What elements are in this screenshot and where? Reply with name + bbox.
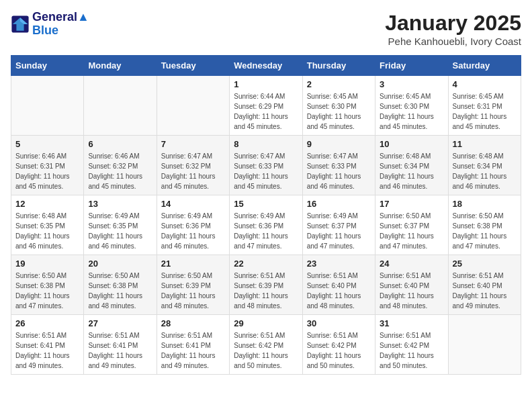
page-header: General▲ Blue January 2025 Pehe Kanhoueb… xyxy=(11,11,521,47)
day-info: Sunrise: 6:51 AMSunset: 6:40 PMDaylight:… xyxy=(380,271,443,311)
week-row-2: 12Sunrise: 6:48 AMSunset: 6:35 PMDayligh… xyxy=(11,195,521,255)
calendar-cell xyxy=(157,76,229,136)
calendar-cell: 8Sunrise: 6:47 AMSunset: 6:33 PMDaylight… xyxy=(230,136,302,195)
day-info: Sunrise: 6:48 AMSunset: 6:35 PMDaylight:… xyxy=(15,211,79,251)
calendar-cell: 10Sunrise: 6:48 AMSunset: 6:34 PMDayligh… xyxy=(375,136,448,195)
week-row-1: 5Sunrise: 6:46 AMSunset: 6:31 PMDaylight… xyxy=(11,136,521,195)
calendar-cell: 27Sunrise: 6:51 AMSunset: 6:41 PMDayligh… xyxy=(84,315,157,375)
day-info: Sunrise: 6:50 AMSunset: 6:38 PMDaylight:… xyxy=(15,271,79,311)
day-info: Sunrise: 6:50 AMSunset: 6:37 PMDaylight:… xyxy=(380,211,443,251)
day-info: Sunrise: 6:45 AMSunset: 6:31 PMDaylight:… xyxy=(453,91,517,132)
day-info: Sunrise: 6:51 AMSunset: 6:41 PMDaylight:… xyxy=(161,330,225,371)
calendar-header-row: SundayMondayTuesdayWednesdayThursdayFrid… xyxy=(11,56,521,76)
day-number: 2 xyxy=(307,79,371,89)
day-number: 9 xyxy=(307,139,371,149)
day-info: Sunrise: 6:49 AMSunset: 6:36 PMDaylight:… xyxy=(234,211,298,251)
day-info: Sunrise: 6:45 AMSunset: 6:30 PMDaylight:… xyxy=(307,91,371,132)
calendar-cell xyxy=(11,76,84,136)
day-info: Sunrise: 6:51 AMSunset: 6:41 PMDaylight:… xyxy=(88,330,152,371)
day-number: 23 xyxy=(307,259,371,269)
day-number: 10 xyxy=(380,139,443,149)
day-info: Sunrise: 6:49 AMSunset: 6:36 PMDaylight:… xyxy=(161,211,225,251)
calendar-cell: 29Sunrise: 6:51 AMSunset: 6:42 PMDayligh… xyxy=(230,315,302,375)
day-number: 20 xyxy=(88,259,152,269)
calendar-cell xyxy=(84,76,157,136)
day-info: Sunrise: 6:44 AMSunset: 6:29 PMDaylight:… xyxy=(234,91,298,132)
month-title: January 2025 xyxy=(385,11,521,36)
day-number: 6 xyxy=(88,139,152,149)
day-info: Sunrise: 6:50 AMSunset: 6:38 PMDaylight:… xyxy=(453,211,517,251)
day-info: Sunrise: 6:49 AMSunset: 6:35 PMDaylight:… xyxy=(88,211,152,251)
day-number: 4 xyxy=(453,79,517,89)
day-info: Sunrise: 6:48 AMSunset: 6:34 PMDaylight:… xyxy=(380,151,443,191)
day-number: 5 xyxy=(15,139,79,149)
day-number: 21 xyxy=(161,259,225,269)
day-number: 15 xyxy=(234,199,298,209)
calendar-cell: 15Sunrise: 6:49 AMSunset: 6:36 PMDayligh… xyxy=(230,195,302,255)
day-number: 28 xyxy=(161,318,225,328)
title-area: January 2025 Pehe Kanhouebli, Ivory Coas… xyxy=(385,11,521,47)
day-info: Sunrise: 6:51 AMSunset: 6:40 PMDaylight:… xyxy=(453,271,517,311)
calendar-cell: 3Sunrise: 6:45 AMSunset: 6:30 PMDaylight… xyxy=(375,76,448,136)
day-info: Sunrise: 6:47 AMSunset: 6:33 PMDaylight:… xyxy=(307,151,371,191)
day-number: 22 xyxy=(234,259,298,269)
location: Pehe Kanhouebli, Ivory Coast xyxy=(385,36,521,47)
day-info: Sunrise: 6:47 AMSunset: 6:32 PMDaylight:… xyxy=(161,151,225,191)
day-number: 12 xyxy=(15,199,79,209)
calendar-cell: 2Sunrise: 6:45 AMSunset: 6:30 PMDaylight… xyxy=(302,76,375,136)
calendar-cell: 4Sunrise: 6:45 AMSunset: 6:31 PMDaylight… xyxy=(448,76,521,136)
calendar-cell: 6Sunrise: 6:46 AMSunset: 6:32 PMDaylight… xyxy=(84,136,157,195)
day-header-sunday: Sunday xyxy=(11,56,84,76)
day-info: Sunrise: 6:49 AMSunset: 6:37 PMDaylight:… xyxy=(307,211,371,251)
logo-icon xyxy=(11,15,30,34)
calendar-cell: 9Sunrise: 6:47 AMSunset: 6:33 PMDaylight… xyxy=(302,136,375,195)
calendar-cell: 17Sunrise: 6:50 AMSunset: 6:37 PMDayligh… xyxy=(375,195,448,255)
day-number: 27 xyxy=(88,318,152,328)
calendar-cell: 30Sunrise: 6:51 AMSunset: 6:42 PMDayligh… xyxy=(302,315,375,375)
day-number: 26 xyxy=(15,318,79,328)
day-number: 18 xyxy=(453,199,517,209)
calendar-cell: 18Sunrise: 6:50 AMSunset: 6:38 PMDayligh… xyxy=(448,195,521,255)
day-header-saturday: Saturday xyxy=(448,56,521,76)
calendar-cell: 21Sunrise: 6:50 AMSunset: 6:39 PMDayligh… xyxy=(157,255,229,315)
calendar-cell: 31Sunrise: 6:51 AMSunset: 6:42 PMDayligh… xyxy=(375,315,448,375)
day-info: Sunrise: 6:46 AMSunset: 6:31 PMDaylight:… xyxy=(15,151,79,191)
calendar-cell: 13Sunrise: 6:49 AMSunset: 6:35 PMDayligh… xyxy=(84,195,157,255)
day-number: 8 xyxy=(234,139,298,149)
day-header-tuesday: Tuesday xyxy=(157,56,229,76)
day-info: Sunrise: 6:48 AMSunset: 6:34 PMDaylight:… xyxy=(453,151,517,191)
day-info: Sunrise: 6:51 AMSunset: 6:39 PMDaylight:… xyxy=(234,271,298,311)
calendar-cell: 11Sunrise: 6:48 AMSunset: 6:34 PMDayligh… xyxy=(448,136,521,195)
day-number: 31 xyxy=(380,318,443,328)
calendar-cell: 22Sunrise: 6:51 AMSunset: 6:39 PMDayligh… xyxy=(230,255,302,315)
calendar-cell: 1Sunrise: 6:44 AMSunset: 6:29 PMDaylight… xyxy=(230,76,302,136)
day-info: Sunrise: 6:45 AMSunset: 6:30 PMDaylight:… xyxy=(380,91,443,132)
day-number: 30 xyxy=(307,318,371,328)
calendar-cell: 26Sunrise: 6:51 AMSunset: 6:41 PMDayligh… xyxy=(11,315,84,375)
day-info: Sunrise: 6:46 AMSunset: 6:32 PMDaylight:… xyxy=(88,151,152,191)
calendar-table: SundayMondayTuesdayWednesdayThursdayFrid… xyxy=(11,55,521,375)
day-number: 11 xyxy=(453,139,517,149)
day-info: Sunrise: 6:51 AMSunset: 6:40 PMDaylight:… xyxy=(307,271,371,311)
day-number: 19 xyxy=(15,259,79,269)
calendar-cell: 19Sunrise: 6:50 AMSunset: 6:38 PMDayligh… xyxy=(11,255,84,315)
day-number: 3 xyxy=(380,79,443,89)
week-row-3: 19Sunrise: 6:50 AMSunset: 6:38 PMDayligh… xyxy=(11,255,521,315)
day-header-friday: Friday xyxy=(375,56,448,76)
calendar-cell: 16Sunrise: 6:49 AMSunset: 6:37 PMDayligh… xyxy=(302,195,375,255)
day-header-wednesday: Wednesday xyxy=(230,56,302,76)
day-number: 25 xyxy=(453,259,517,269)
day-info: Sunrise: 6:51 AMSunset: 6:42 PMDaylight:… xyxy=(380,330,443,371)
calendar-cell: 12Sunrise: 6:48 AMSunset: 6:35 PMDayligh… xyxy=(11,195,84,255)
calendar-cell: 24Sunrise: 6:51 AMSunset: 6:40 PMDayligh… xyxy=(375,255,448,315)
day-number: 7 xyxy=(161,139,225,149)
logo: General▲ Blue xyxy=(11,11,89,38)
day-number: 24 xyxy=(380,259,443,269)
week-row-0: 1Sunrise: 6:44 AMSunset: 6:29 PMDaylight… xyxy=(11,76,521,136)
calendar-cell xyxy=(448,315,521,375)
calendar-cell: 28Sunrise: 6:51 AMSunset: 6:41 PMDayligh… xyxy=(157,315,229,375)
day-info: Sunrise: 6:51 AMSunset: 6:42 PMDaylight:… xyxy=(307,330,371,371)
logo-text: General▲ Blue xyxy=(32,11,89,38)
day-info: Sunrise: 6:50 AMSunset: 6:38 PMDaylight:… xyxy=(88,271,152,311)
day-header-thursday: Thursday xyxy=(302,56,375,76)
